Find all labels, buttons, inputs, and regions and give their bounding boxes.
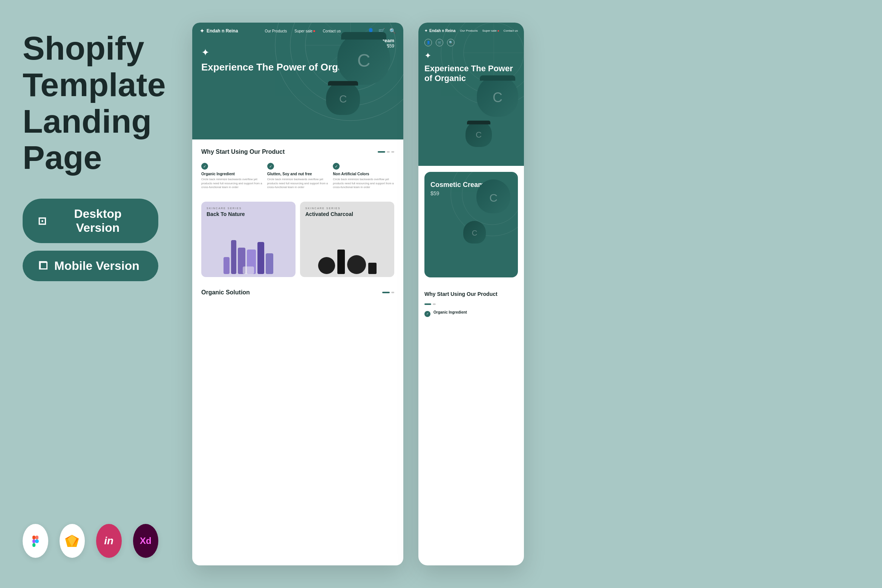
sale-dot <box>313 30 315 32</box>
mobile-nav-links: Our Products Super sale Contact us <box>460 29 518 32</box>
feature-2-name: Glutten, Soy and nut free <box>267 172 329 176</box>
mobile-why-dots <box>424 303 518 305</box>
features-grid: ✓ Organic Ingredient Circle back minimiz… <box>201 163 394 190</box>
mobile-version-button[interactable]: ⧠ Mobile Version <box>23 251 158 281</box>
monitor-icon: ⊡ <box>38 215 46 227</box>
organic-section-title: Organic Solution <box>201 289 250 296</box>
jar-4 <box>368 263 377 274</box>
desktop-why-section: Why Start Using Our Product ✓ Organic In… <box>192 139 403 196</box>
feature-2-desc: Circle back minimize backwards overflow … <box>267 178 329 190</box>
svg-rect-4 <box>32 543 35 547</box>
mobile-why-header: Why Start Using Our Product <box>424 291 518 297</box>
jar-3 <box>347 255 366 274</box>
mobile-cream-jar-large: C <box>477 75 518 117</box>
mobile-preview: ✦ Endah n Reina Our Products Super sale … <box>418 23 524 565</box>
skincare-card-1[interactable]: SKINCARE SERIES Back To Nature <box>201 202 296 277</box>
why-section-title: Why Start Using Our Product <box>201 149 285 155</box>
mobile-nav-supersale[interactable]: Super sale <box>482 29 499 32</box>
card-2-series: SKINCARE SERIES <box>305 207 389 210</box>
mobile-sparkle-icon: ✦ <box>418 51 524 61</box>
mobile-why-title: Why Start Using Our Product <box>424 291 498 297</box>
card-jar-2: C <box>463 221 486 243</box>
mobile-logo-star: ✦ <box>424 29 427 33</box>
dot-3 <box>391 151 394 153</box>
desktop-nav-logo: ✦ Endah n Reina <box>200 28 238 34</box>
xd-icon[interactable]: Xd <box>133 524 159 558</box>
sketch-icon[interactable] <box>60 524 85 558</box>
why-section-dots <box>378 151 394 153</box>
version-buttons: ⊡ Desktop Version ⧠ Mobile Version <box>23 199 158 281</box>
card-1-series: SKINCARE SERIES <box>207 207 290 210</box>
mobile-cream-jar-small: C <box>466 121 492 147</box>
desktop-product-image: C C <box>326 32 398 119</box>
nav-products[interactable]: Our Products <box>265 29 287 33</box>
jar-2 <box>337 250 345 274</box>
organic-dots <box>382 292 394 293</box>
desktop-preview: ✦ Endah n Reina Our Products Super sale … <box>192 23 403 565</box>
mobile-card-product-img: C C <box>461 179 514 255</box>
skincare-card-2[interactable]: SKINCARE SERIES Activated Charcoal <box>300 202 394 277</box>
mobile-why-section: Why Start Using Our Product ✓ Organic In… <box>418 283 524 326</box>
card-1-image <box>201 228 296 277</box>
card-1-title: Back To Nature <box>207 211 290 217</box>
figma-icon[interactable] <box>23 524 48 558</box>
desktop-hero: ✦ Endah n Reina Our Products Super sale … <box>192 23 403 139</box>
phone-icon: ⧠ <box>38 260 48 272</box>
mobile-product-image: C C <box>464 75 524 151</box>
logo-star-icon: ✦ <box>200 28 204 34</box>
mobile-search-icon[interactable]: 🔍 <box>447 39 455 46</box>
desktop-organic-section: Organic Solution <box>192 283 403 309</box>
flower-decor <box>243 266 254 274</box>
desktop-version-button[interactable]: ⊡ Desktop Version <box>23 199 158 243</box>
mobile-product-section: Cosmetic Cream $59 C C <box>418 166 524 277</box>
svg-rect-1 <box>35 536 38 539</box>
mobile-button-label: Mobile Version <box>54 259 139 273</box>
bottle-1 <box>224 257 230 274</box>
bottle-6 <box>266 253 273 274</box>
dot-1 <box>378 151 385 153</box>
mobile-nav-top: ✦ Endah n Reina Our Products Super sale … <box>424 29 518 33</box>
feature-1-desc: Circle back minimize backwards overflow … <box>201 178 263 190</box>
jars-illustration <box>318 250 377 274</box>
mobile-feature-1: ✓ Organic Ingredient <box>424 310 518 317</box>
mobile-nav-logo: ✦ Endah n Reina <box>424 29 455 33</box>
mobile-nav-products[interactable]: Our Products <box>460 29 478 32</box>
page-title: Shopify Template Landing Page <box>23 30 158 176</box>
mobile-product-card: Cosmetic Cream $59 C C <box>424 172 518 277</box>
card-1-label: SKINCARE SERIES Back To Nature <box>201 202 296 217</box>
nav-supersale[interactable]: Super sale <box>294 29 315 33</box>
feature-2-check: ✓ <box>267 163 274 170</box>
why-section-header: Why Start Using Our Product <box>201 149 394 155</box>
mobile-cart-icon[interactable]: 🛒 <box>436 39 443 46</box>
mobile-sale-dot <box>498 30 499 32</box>
feature-1-name: Organic Ingredient <box>201 172 263 176</box>
mobile-feature-1-check: ✓ <box>424 311 430 317</box>
organic-dot-2 <box>391 292 394 293</box>
cream-jar-small: C <box>326 81 360 115</box>
bottles-illustration <box>224 240 273 274</box>
mobile-dot-active <box>424 303 431 305</box>
bottle-2 <box>231 240 236 274</box>
card-jar-1: C <box>476 179 510 213</box>
card-2-label: SKINCARE SERIES Activated Charcoal <box>300 202 394 217</box>
card-2-image <box>300 228 394 277</box>
feature-1: ✓ Organic Ingredient Circle back minimiz… <box>201 163 263 190</box>
organic-section-header: Organic Solution <box>201 289 394 296</box>
mobile-nav-icons-row: 👤 🛒 🔍 <box>418 39 524 46</box>
svg-rect-2 <box>32 539 35 543</box>
invision-icon[interactable]: in <box>96 524 122 558</box>
feature-3-desc: Circle back minimize backwards overflow … <box>333 178 394 190</box>
mobile-nav: ✦ Endah n Reina Our Products Super sale … <box>418 23 524 39</box>
mobile-user-icon[interactable]: 👤 <box>424 39 432 46</box>
bottle-5 <box>257 242 264 274</box>
hero-sparkle-icon: ✦ <box>201 47 210 58</box>
mobile-feature-1-info: Organic Ingredient <box>433 310 467 314</box>
desktop-button-label: Desktop Version <box>52 207 143 235</box>
feature-3-check: ✓ <box>333 163 340 170</box>
jar-1 <box>318 257 335 274</box>
left-section: Shopify Template Landing Page ⊡ Desktop … <box>0 0 181 588</box>
organic-dot-1 <box>382 292 390 293</box>
mobile-hero: ✦ Endah n Reina Our Products Super sale … <box>418 23 524 166</box>
feature-3-name: Non Artificial Colors <box>333 172 394 176</box>
mobile-nav-contact[interactable]: Contact us <box>504 29 518 32</box>
